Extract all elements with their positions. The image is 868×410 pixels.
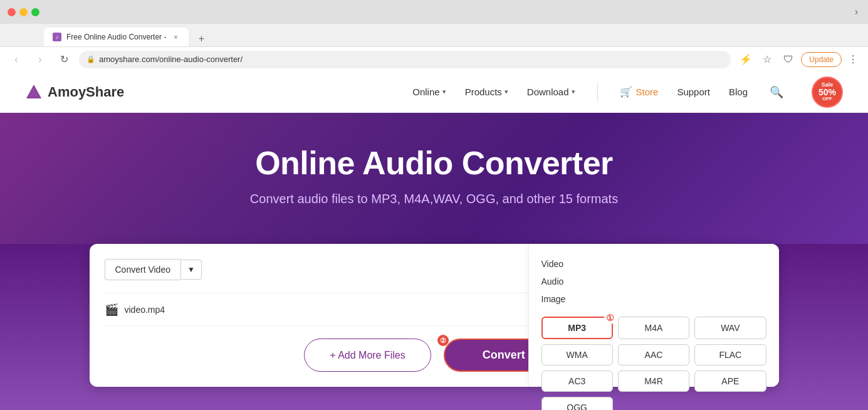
convert-video-arrow[interactable]: ▼ (180, 260, 202, 280)
convert-video-label[interactable]: Convert Video (105, 259, 180, 280)
browser-actions: ⚡ ☆ 🛡 Update ⋮ (737, 51, 860, 68)
download-chevron-icon: ▾ (572, 88, 575, 96)
sale-badge[interactable]: Sale 50% OFF (812, 76, 843, 108)
format-m4a[interactable]: M4A (618, 317, 689, 339)
website-content: AmoyShare Online ▾ Products ▾ Download ▾… (0, 71, 868, 410)
nav-blog[interactable]: Blog (729, 87, 748, 97)
format-ac3[interactable]: AC3 (541, 371, 613, 392)
tab-bar: Free Online Audio Converter - × + (0, 24, 868, 46)
hero-section: Online Audio Converter Convert audio fil… (0, 113, 868, 244)
converter-area: Convert Video ▼ Convert file to ... ▾ 🎬 … (0, 244, 868, 410)
search-icon: 🔍 (770, 85, 783, 99)
hero-subtitle: Convert audio files to MP3, M4A,WAV, OGG… (25, 192, 843, 206)
category-video[interactable]: Video (541, 256, 766, 271)
format-wav[interactable]: WAV (694, 317, 766, 339)
products-chevron-icon: ▾ (505, 88, 508, 96)
nav-store[interactable]: 🛒 Store (620, 86, 659, 98)
format-ogg[interactable]: OGG (541, 397, 613, 410)
bookmark-button[interactable]: ☆ (758, 51, 776, 68)
format-wma[interactable]: WMA (541, 344, 613, 365)
search-button[interactable]: 🔍 (766, 82, 787, 102)
format-flac[interactable]: FLAC (694, 344, 766, 365)
logo-text: AmoyShare (48, 84, 124, 100)
address-bar: ‹ › ↻ 🔒 amoyshare.com/online-audio-conve… (0, 46, 868, 71)
step1-badge-mp3: ① (605, 312, 616, 323)
online-chevron-icon: ▾ (442, 88, 446, 96)
converter-box: Convert Video ▼ Convert file to ... ▾ 🎬 … (90, 244, 779, 387)
convert-video-dropdown[interactable]: Convert Video ▼ (105, 259, 202, 280)
update-button[interactable]: Update (801, 52, 842, 67)
format-aac[interactable]: AAC (618, 344, 689, 365)
file-type-icon: 🎬 (105, 303, 117, 317)
logo-icon (25, 83, 43, 101)
browser-window: › Free Online Audio Converter - × + ‹ › … (0, 0, 868, 71)
nav-products[interactable]: Products ▾ (465, 87, 508, 97)
nav-menu: Online ▾ Products ▾ Download ▾ 🛒 Store S… (412, 76, 843, 108)
logo-link[interactable]: AmoyShare (25, 83, 124, 101)
sale-percent: 50% (818, 88, 836, 97)
nav-online[interactable]: Online ▾ (412, 87, 446, 97)
shield-button[interactable]: 🛡 (780, 51, 797, 68)
cv-dropdown-icon: ▼ (187, 265, 195, 274)
url-text: amoyshare.com/online-audio-converter/ (99, 55, 243, 64)
refresh-button[interactable]: ↻ (55, 51, 73, 68)
format-categories: Video Audio Image (541, 256, 766, 307)
lock-icon: 🔒 (86, 55, 95, 63)
traffic-lights (8, 8, 39, 16)
site-header: AmoyShare Online ▾ Products ▾ Download ▾… (0, 71, 868, 113)
url-bar[interactable]: 🔒 amoyshare.com/online-audio-converter/ (79, 51, 731, 68)
format-panel: Video Audio Image MP3 ① M4A WAV WMA AAC … (528, 244, 779, 387)
maximize-traffic-light[interactable] (31, 8, 39, 16)
sale-off: OFF (822, 97, 832, 102)
close-traffic-light[interactable] (8, 8, 16, 16)
tab-title: Free Online Audio Converter - (66, 33, 166, 41)
nav-download[interactable]: Download ▾ (527, 87, 575, 97)
title-bar: › (0, 0, 868, 24)
active-tab[interactable]: Free Online Audio Converter - × (44, 28, 189, 46)
format-ape[interactable]: APE (694, 371, 766, 392)
back-button[interactable]: ‹ (8, 51, 25, 68)
format-m4r[interactable]: M4R (618, 371, 689, 392)
tab-close-button[interactable]: × (171, 33, 180, 41)
format-grid: MP3 ① M4A WAV WMA AAC FLAC AC3 M4R APE O… (541, 317, 766, 410)
forward-button[interactable]: › (31, 51, 49, 68)
tab-favicon-icon (53, 33, 61, 41)
nav-support[interactable]: Support (677, 87, 710, 97)
format-mp3[interactable]: MP3 ① (541, 317, 613, 339)
hero-title: Online Audio Converter (25, 144, 843, 182)
extensions-button[interactable]: ⚡ (737, 51, 755, 68)
new-tab-button[interactable]: + (194, 31, 209, 46)
nav-separator (597, 83, 598, 102)
more-button[interactable]: ⋮ (845, 52, 860, 67)
category-audio[interactable]: Audio (541, 274, 766, 289)
category-image[interactable]: Image (541, 292, 766, 307)
minimize-traffic-light[interactable] (19, 8, 28, 16)
add-files-button[interactable]: + Add More Files (304, 339, 431, 372)
window-chevron-right: › (855, 6, 860, 18)
cart-icon: 🛒 (620, 86, 632, 98)
